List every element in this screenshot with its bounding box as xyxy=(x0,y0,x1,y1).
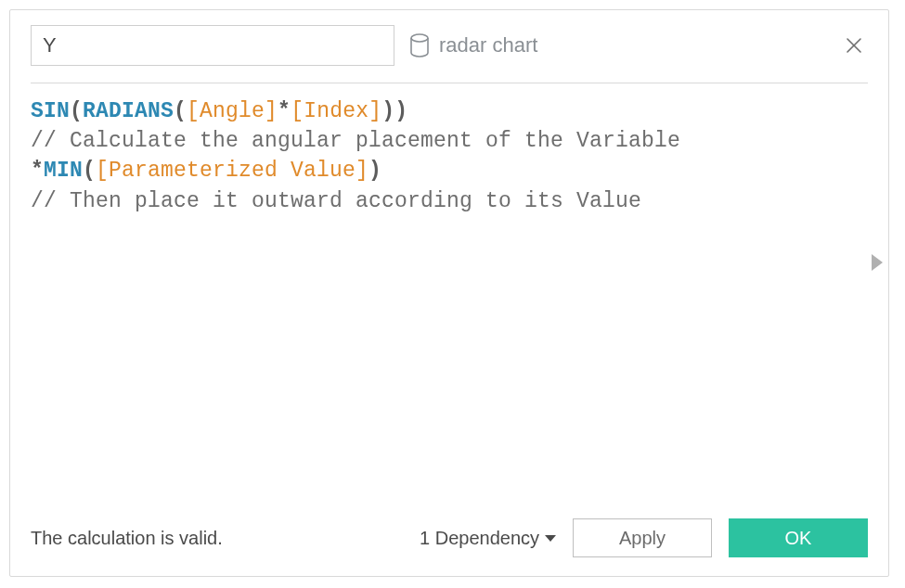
token-paren: ( xyxy=(70,99,83,123)
apply-button[interactable]: Apply xyxy=(573,518,712,557)
token-field: [Parameterized Value] xyxy=(96,159,368,183)
database-icon xyxy=(409,33,430,58)
token-operator: * xyxy=(31,159,44,183)
token-comment: // Then place it outward according to it… xyxy=(31,189,641,213)
dialog-footer: The calculation is valid. 1 Dependency A… xyxy=(10,518,888,576)
token-function: MIN xyxy=(44,159,83,183)
calc-name-input[interactable] xyxy=(31,25,394,66)
validation-message: The calculation is valid. xyxy=(31,528,223,549)
dependency-label: 1 Dependency xyxy=(420,528,539,549)
calculation-editor-dialog: radar chart SIN(RADIANS([Angle]*[Index])… xyxy=(9,9,889,577)
svg-point-0 xyxy=(411,34,428,42)
token-field: [Index] xyxy=(291,99,381,123)
close-icon xyxy=(845,36,863,55)
token-operator: * xyxy=(278,99,291,123)
expand-functions-button[interactable] xyxy=(872,254,883,271)
chevron-down-icon xyxy=(545,535,556,542)
ok-button-label: OK xyxy=(785,528,812,549)
token-field: [Angle] xyxy=(187,99,278,123)
datasource-indicator: radar chart xyxy=(409,33,537,58)
token-paren: ( xyxy=(174,99,187,123)
token-paren: ) xyxy=(368,159,381,183)
datasource-label: radar chart xyxy=(439,33,537,58)
close-button[interactable] xyxy=(842,32,868,58)
ok-button[interactable]: OK xyxy=(729,518,868,557)
token-paren: ) xyxy=(381,99,394,123)
formula-editor[interactable]: SIN(RADIANS([Angle]*[Index])) // Calcula… xyxy=(10,83,888,216)
token-comment: // Calculate the angular placement of th… xyxy=(31,129,680,153)
token-paren: ( xyxy=(83,159,96,183)
dependency-dropdown[interactable]: 1 Dependency xyxy=(420,528,556,549)
dialog-header: radar chart xyxy=(10,10,888,66)
token-function: SIN xyxy=(31,99,70,123)
token-function: RADIANS xyxy=(83,99,174,123)
token-paren: ) xyxy=(394,99,407,123)
apply-button-label: Apply xyxy=(619,528,666,549)
